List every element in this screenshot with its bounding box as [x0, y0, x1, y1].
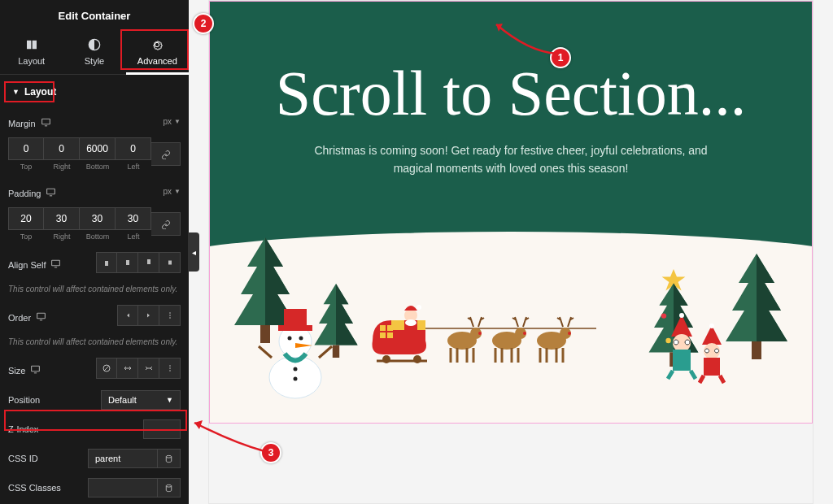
section-layout[interactable]: ▼ Layout: [8, 83, 181, 101]
padding-top-input[interactable]: [8, 207, 44, 230]
editor-tabs: Layout Style Advanced: [0, 32, 189, 75]
hero-title: Scroll to Section...: [276, 60, 746, 127]
size-shrink-button[interactable]: [138, 358, 159, 379]
svg-point-30: [294, 367, 298, 371]
cssclasses-label: CSS Classes: [8, 483, 61, 493]
svg-point-14: [166, 484, 171, 487]
margin-right-input[interactable]: [44, 137, 80, 160]
padding-left-input[interactable]: [116, 207, 151, 230]
alignself-buttons: [96, 252, 181, 273]
margin-bottom-input[interactable]: [80, 137, 116, 160]
preview-frame: + ⠿ ✕ Scroll to Section... Christmas is …: [208, 0, 813, 504]
svg-rect-50: [673, 350, 691, 371]
padding-right-input[interactable]: [44, 207, 80, 230]
elves-decor: [661, 311, 735, 387]
advanced-panel: ▼ Layout Margin px ▼ Top Right Bottom Le…: [0, 75, 189, 504]
margin-link-button[interactable]: [151, 142, 181, 166]
margin-inputs: Top Right Bottom Left: [8, 137, 181, 171]
padding-bottom-input[interactable]: [80, 207, 116, 230]
desktop-icon[interactable]: [30, 364, 41, 376]
alignself-label: Align Self: [8, 260, 46, 270]
tab-style[interactable]: Style: [63, 32, 125, 74]
svg-rect-17: [752, 341, 761, 359]
margin-label: Margin: [8, 119, 36, 128]
padding-link-button[interactable]: [151, 212, 181, 236]
svg-rect-2: [47, 189, 55, 194]
snowman-decor: [257, 294, 334, 403]
svg-point-28: [299, 337, 303, 341]
order-end-button[interactable]: [138, 305, 159, 326]
margin-unit[interactable]: px ▼: [164, 117, 181, 126]
panel-collapse-toggle[interactable]: ◂: [188, 232, 199, 272]
cssclasses-input[interactable]: [88, 478, 158, 497]
desktop-icon[interactable]: [50, 259, 61, 271]
order-help: This control will affect contained eleme…: [8, 337, 181, 346]
svg-rect-26: [278, 325, 312, 331]
padding-label: Padding: [8, 189, 41, 198]
svg-point-35: [416, 305, 421, 310]
order-more-button[interactable]: [159, 305, 181, 326]
svg-point-6: [169, 315, 171, 316]
size-label: Size: [8, 366, 25, 376]
svg-rect-4: [37, 313, 46, 319]
order-start-button[interactable]: [117, 305, 138, 326]
cssid-label: CSS ID: [8, 454, 38, 463]
order-label: Order: [8, 313, 31, 323]
size-none-button[interactable]: [96, 358, 117, 379]
align-center-button[interactable]: [117, 252, 138, 273]
svg-point-5: [169, 312, 171, 314]
padding-unit[interactable]: px ▼: [164, 187, 181, 196]
svg-point-36: [405, 319, 416, 326]
zindex-input[interactable]: [143, 419, 181, 439]
cssid-dynamic-button[interactable]: [158, 449, 181, 468]
santa-sleigh-decor: [369, 296, 613, 372]
svg-rect-1: [41, 119, 50, 124]
desktop-icon[interactable]: [46, 187, 56, 199]
chevron-down-icon: ▼: [166, 396, 173, 404]
svg-rect-3: [52, 260, 60, 266]
size-more-button[interactable]: [159, 358, 181, 379]
svg-point-46: [568, 332, 571, 335]
svg-marker-47: [671, 315, 692, 337]
caret-down-icon: ▼: [12, 88, 20, 96]
align-stretch-button[interactable]: [159, 252, 181, 273]
margin-top-input[interactable]: [8, 137, 44, 160]
svg-point-31: [294, 377, 298, 381]
desktop-icon[interactable]: [36, 311, 46, 324]
tab-advanced[interactable]: Advanced: [126, 32, 189, 74]
editor-sidebar: Edit Container Layout Style Advanced ▼ L…: [0, 0, 189, 504]
size-grow-button[interactable]: [117, 358, 138, 379]
align-end-button[interactable]: [138, 252, 159, 273]
align-start-button[interactable]: [96, 252, 117, 273]
svg-rect-25: [284, 309, 307, 327]
cssid-input[interactable]: [88, 449, 158, 468]
svg-point-10: [169, 365, 171, 367]
svg-point-43: [523, 332, 526, 335]
tab-layout[interactable]: Layout: [0, 32, 63, 74]
svg-point-40: [478, 332, 482, 335]
svg-point-12: [169, 370, 171, 371]
svg-point-13: [166, 455, 171, 458]
hero-subtitle: Christmas is coming soon! Get ready for …: [299, 141, 722, 178]
gear-icon: [126, 38, 189, 53]
zindex-label: Z-Index: [8, 424, 38, 434]
sidebar-title: Edit Container: [0, 0, 189, 32]
contrast-icon: [63, 38, 125, 53]
svg-rect-8: [32, 366, 40, 371]
svg-rect-54: [704, 358, 720, 376]
svg-point-7: [169, 317, 171, 319]
svg-point-11: [169, 367, 171, 369]
desktop-icon[interactable]: [41, 117, 51, 129]
cssclasses-dynamic-button[interactable]: [158, 478, 181, 497]
preview-canvas: ◂ + ⠿ ✕ Scroll to Section... Christmas i…: [189, 0, 833, 504]
position-label: Position: [8, 395, 40, 405]
padding-inputs: Top Right Bottom Left: [8, 207, 181, 241]
margin-left-input[interactable]: [116, 137, 151, 160]
hero-section[interactable]: Scroll to Section... Christmas is coming…: [209, 1, 813, 424]
order-buttons: [117, 305, 181, 326]
columns-icon: [0, 38, 63, 53]
position-select[interactable]: Default▼: [101, 390, 181, 410]
svg-point-52: [709, 324, 714, 328]
size-buttons: [96, 358, 181, 379]
svg-point-48: [679, 313, 684, 318]
